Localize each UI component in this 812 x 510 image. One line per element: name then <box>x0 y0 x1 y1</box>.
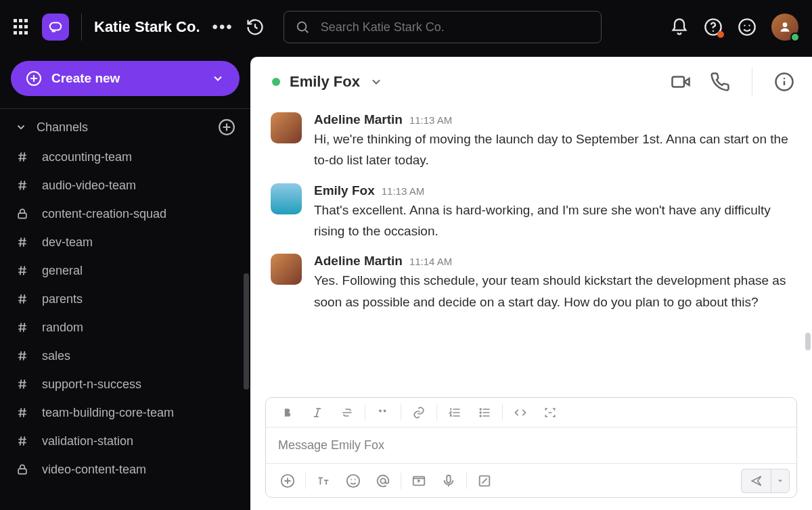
lock-icon <box>15 462 30 477</box>
divider <box>81 14 82 41</box>
add-channel-icon[interactable] <box>218 118 235 136</box>
send-button[interactable] <box>741 469 771 493</box>
channel-item[interactable]: parents <box>0 285 245 313</box>
channel-item[interactable]: random <box>0 313 245 342</box>
divider <box>365 404 365 421</box>
channel-item[interactable]: general <box>0 256 245 285</box>
presence-indicator <box>790 32 800 42</box>
svg-rect-0 <box>50 23 62 30</box>
channel-item[interactable]: sales <box>0 342 245 370</box>
video-call-icon[interactable] <box>671 72 691 92</box>
message-author[interactable]: Adeline Martin <box>314 112 403 127</box>
channels-label: Channels <box>37 120 88 135</box>
notifications-icon[interactable] <box>670 18 689 37</box>
audio-message-button[interactable] <box>434 466 464 496</box>
channel-item[interactable]: team-building-core-team <box>0 398 245 427</box>
codeblock-button[interactable] <box>535 398 565 427</box>
chevron-down-icon <box>211 72 225 85</box>
app-logo[interactable] <box>42 14 69 41</box>
channel-item[interactable]: content-creation-squad <box>0 200 245 228</box>
workspace-name[interactable]: Katie Stark Co. <box>94 18 200 36</box>
phone-call-icon[interactable] <box>710 72 730 92</box>
attach-toolbar <box>266 463 796 497</box>
message-avatar[interactable] <box>271 112 302 143</box>
svg-point-15 <box>480 409 481 410</box>
channel-item[interactable]: validation-station <box>0 427 245 455</box>
bold-button[interactable] <box>273 398 302 427</box>
help-icon[interactable] <box>704 18 723 37</box>
chat-header: Emily Fox <box>250 57 812 107</box>
message-avatar[interactable] <box>271 254 302 285</box>
message-text: Hi, we're thinking of moving the launch … <box>314 129 792 171</box>
text-format-button[interactable] <box>309 466 338 496</box>
profile-avatar[interactable] <box>771 14 798 41</box>
channel-name: content-creation-squad <box>42 207 166 221</box>
more-icon[interactable]: ••• <box>212 18 233 37</box>
divider <box>466 473 467 489</box>
message-text: That's excellent. Anna is hard-working, … <box>314 200 792 242</box>
create-new-label: Create new <box>51 71 120 86</box>
svg-point-5 <box>744 25 745 26</box>
hash-icon <box>15 292 30 306</box>
hash-icon <box>15 235 30 250</box>
scrollbar-thumb[interactable] <box>805 333 811 350</box>
scrollbar-thumb[interactable] <box>244 273 249 390</box>
hash-icon <box>15 263 30 278</box>
svg-point-14 <box>784 78 786 80</box>
divider <box>502 404 503 421</box>
ordered-list-button[interactable] <box>440 398 470 427</box>
channel-item[interactable]: dev-team <box>0 228 245 256</box>
chevron-down-icon[interactable] <box>369 75 383 89</box>
message: Adeline Martin11:13 AM Hi, we're thinkin… <box>271 112 792 171</box>
mention-button[interactable] <box>368 466 398 496</box>
strikethrough-button[interactable] <box>332 398 362 427</box>
message-input[interactable]: Message Emily Fox <box>266 427 796 463</box>
apps-grid-icon[interactable] <box>14 19 30 35</box>
divider <box>305 473 306 489</box>
divider <box>401 404 401 421</box>
divider <box>0 108 250 109</box>
svg-point-3 <box>713 30 714 32</box>
create-new-button[interactable]: Create new <box>11 61 240 96</box>
channel-name: validation-station <box>42 434 133 448</box>
svg-point-19 <box>347 474 359 486</box>
channel-item[interactable]: video-content-team <box>0 455 245 484</box>
info-icon[interactable] <box>774 72 794 92</box>
chat-title[interactable]: Emily Fox <box>290 73 360 91</box>
unordered-list-button[interactable] <box>470 398 499 427</box>
message: Emily Fox11:13 AM That's excellent. Anna… <box>271 183 792 242</box>
shortcut-button[interactable] <box>470 466 499 496</box>
code-button[interactable] <box>505 398 535 427</box>
channel-name: team-building-core-team <box>42 406 174 420</box>
hash-icon <box>15 178 30 193</box>
send-options-button[interactable] <box>771 469 790 493</box>
message-author[interactable]: Adeline Martin <box>314 254 403 269</box>
emoji-picker-button[interactable] <box>338 466 368 496</box>
message-list: Adeline Martin11:13 AM Hi, we're thinkin… <box>250 107 812 393</box>
message-time: 11:13 AM <box>409 114 452 126</box>
video-message-button[interactable] <box>404 466 434 496</box>
channel-item[interactable]: accounting-team <box>0 143 245 171</box>
search-input[interactable] <box>321 20 590 34</box>
emoji-icon[interactable] <box>738 18 757 37</box>
channel-item[interactable]: audio-video-team <box>0 171 245 200</box>
message-author[interactable]: Emily Fox <box>314 183 375 198</box>
message-text: Yes. Following this schedule, your team … <box>314 270 792 312</box>
channel-item[interactable]: support-n-success <box>0 370 245 398</box>
italic-button[interactable] <box>302 398 332 427</box>
message-avatar[interactable] <box>271 183 302 214</box>
svg-rect-12 <box>673 77 685 87</box>
channel-name: random <box>42 321 83 335</box>
channels-section-header[interactable]: Channels <box>0 112 250 143</box>
channel-name: video-content-team <box>42 463 146 477</box>
svg-point-20 <box>351 479 352 480</box>
chevron-down-icon <box>15 121 27 133</box>
history-icon[interactable] <box>246 18 265 37</box>
channel-name: audio-video-team <box>42 179 136 193</box>
quote-button[interactable] <box>368 398 398 427</box>
hash-icon <box>15 434 30 448</box>
svg-rect-11 <box>18 469 26 474</box>
add-attachment-button[interactable] <box>273 466 302 496</box>
link-button[interactable] <box>404 398 434 427</box>
search-box[interactable] <box>284 11 602 43</box>
